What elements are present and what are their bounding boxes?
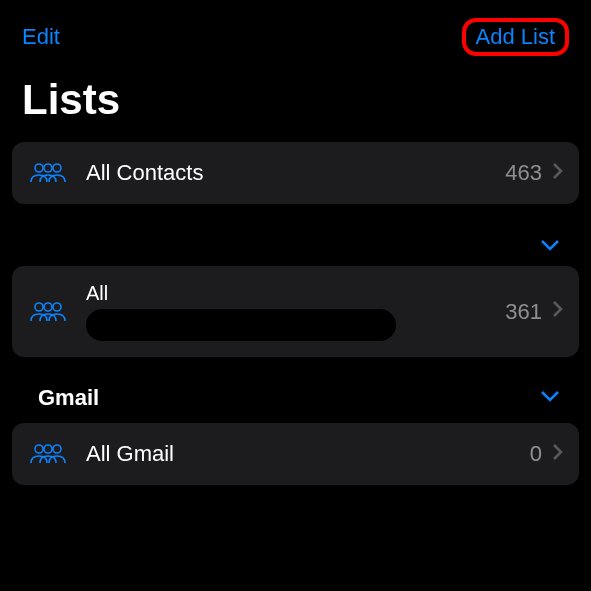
- svg-point-8: [53, 445, 61, 453]
- svg-point-4: [44, 303, 52, 311]
- list-row-all-contacts[interactable]: All Contacts 463: [12, 142, 579, 204]
- group-icon: [28, 160, 68, 186]
- row-count: 0: [530, 441, 542, 467]
- row-label-wrap: All: [86, 282, 505, 341]
- add-list-highlight: Add List: [462, 18, 570, 56]
- svg-point-7: [44, 445, 52, 453]
- group-icon: [28, 441, 68, 467]
- row-label: All: [86, 282, 108, 305]
- svg-point-6: [35, 445, 43, 453]
- group-icon: [28, 299, 68, 325]
- svg-point-5: [53, 303, 61, 311]
- row-count: 463: [505, 160, 542, 186]
- row-label: All Gmail: [86, 441, 530, 467]
- edit-button[interactable]: Edit: [22, 24, 60, 50]
- list-row-all[interactable]: All 361: [12, 266, 579, 357]
- section-header-gmail[interactable]: Gmail: [0, 371, 591, 423]
- redacted-text: [86, 309, 396, 341]
- list-row-all-gmail[interactable]: All Gmail 0: [12, 423, 579, 485]
- chevron-down-icon: [539, 389, 561, 407]
- page-title: Lists: [0, 66, 591, 142]
- add-list-button[interactable]: Add List: [476, 24, 556, 50]
- nav-bar: Edit Add List: [0, 0, 591, 66]
- svg-point-0: [35, 164, 43, 172]
- svg-point-3: [35, 303, 43, 311]
- section-title: Gmail: [38, 385, 99, 411]
- section-collapse-toggle[interactable]: [0, 218, 591, 266]
- row-label: All Contacts: [86, 160, 505, 186]
- svg-point-1: [44, 164, 52, 172]
- svg-point-2: [53, 164, 61, 172]
- chevron-right-icon: [552, 443, 563, 466]
- row-count: 361: [505, 299, 542, 325]
- chevron-right-icon: [552, 300, 563, 323]
- chevron-right-icon: [552, 162, 563, 185]
